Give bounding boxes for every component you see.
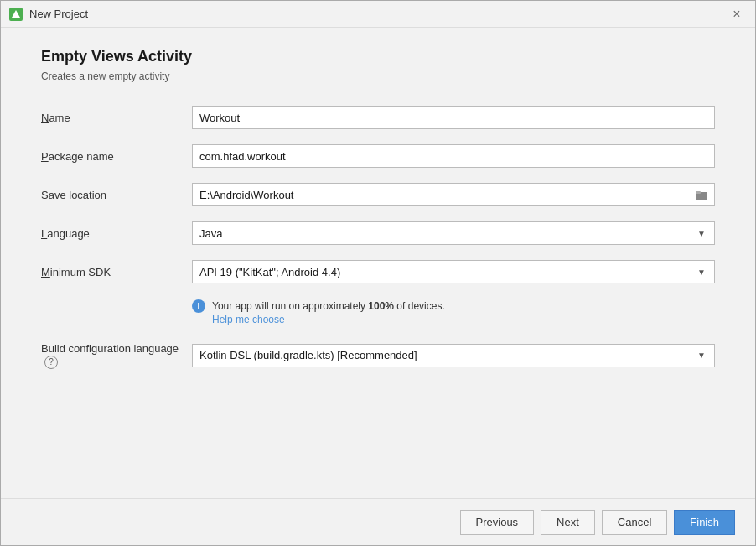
section-subtitle: Creates a new empty activity <box>41 70 715 82</box>
close-button[interactable]: × <box>727 4 747 24</box>
minimum-sdk-select[interactable]: API 19 ("KitKat"; Android 4.4) API 21 (A… <box>192 260 715 283</box>
name-input[interactable] <box>192 106 715 129</box>
language-select[interactable]: Java Kotlin <box>192 221 715 245</box>
save-location-label: Save location <box>41 189 192 201</box>
info-message: Your app will run on approximately 100% … <box>212 299 445 314</box>
folder-browse-icon[interactable] <box>695 188 708 201</box>
minimum-sdk-label: Minimum SDK <box>41 266 192 278</box>
package-name-label: Package name <box>41 150 192 163</box>
minimum-sdk-row: Minimum SDK API 19 ("KitKat"; Android 4.… <box>41 260 715 283</box>
svg-rect-2 <box>696 191 701 194</box>
save-location-row: Save location <box>41 183 715 206</box>
next-button[interactable]: Next <box>541 510 595 535</box>
help-me-choose-link[interactable]: Help me choose <box>212 314 445 325</box>
info-content: Your app will run on approximately 100% … <box>212 299 445 325</box>
finish-button[interactable]: Finish <box>674 510 735 535</box>
build-config-select[interactable]: Kotlin DSL (build.gradle.kts) [Recommend… <box>192 344 715 367</box>
save-location-field-wrapper <box>192 183 715 206</box>
name-field-wrapper <box>192 106 715 129</box>
previous-button[interactable]: Previous <box>460 510 535 535</box>
new-project-dialog: New Project × Empty Views Activity Creat… <box>0 0 756 546</box>
package-name-row: Package name <box>41 144 715 168</box>
build-config-field-wrapper: Kotlin DSL (build.gradle.kts) [Recommend… <box>192 344 715 367</box>
build-config-help-icon[interactable]: ? <box>44 356 58 369</box>
name-label: Name <box>41 112 192 124</box>
save-location-input[interactable] <box>192 183 715 206</box>
info-box: i Your app will run on approximately 100… <box>192 299 715 325</box>
dialog-title: New Project <box>29 8 727 20</box>
svg-marker-0 <box>12 10 20 18</box>
cancel-button[interactable]: Cancel <box>602 510 667 535</box>
title-bar: New Project × <box>1 1 755 28</box>
section-title: Empty Views Activity <box>41 48 715 65</box>
app-icon <box>9 8 23 21</box>
info-icon: i <box>192 299 205 313</box>
package-name-field-wrapper <box>192 144 715 168</box>
language-label: Language <box>41 227 192 240</box>
build-config-label: Build configuration language ? <box>41 342 192 369</box>
minimum-sdk-field-wrapper: API 19 ("KitKat"; Android 4.4) API 21 (A… <box>192 260 715 283</box>
name-row: Name <box>41 106 715 129</box>
language-row: Language Java Kotlin ▼ <box>41 221 715 245</box>
build-config-row: Build configuration language ? Kotlin DS… <box>41 342 715 369</box>
dialog-content: Empty Views Activity Creates a new empty… <box>1 28 755 498</box>
language-field-wrapper: Java Kotlin ▼ <box>192 221 715 245</box>
package-name-input[interactable] <box>192 144 715 168</box>
dialog-footer: Previous Next Cancel Finish <box>1 498 755 545</box>
